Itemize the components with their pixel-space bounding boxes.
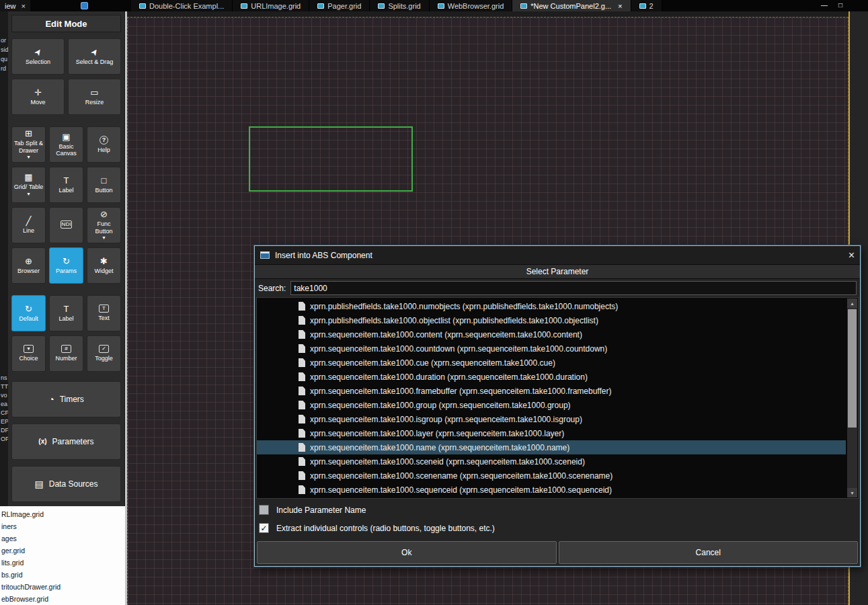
tab-urlimage-grid[interactable]: URLImage.grid xyxy=(233,0,309,11)
parameter-item[interactable]: xprn.sequenceitem.take1000.sequenceid (x… xyxy=(257,483,846,497)
resize-icon: ▭ xyxy=(90,88,98,97)
parameter-label: xprn.sequenceitem.take1000.group (xprn.s… xyxy=(310,401,571,410)
parameter-item[interactable]: xprn.sequenceitem.take1000.duration (xpr… xyxy=(257,370,846,384)
tool-tab-split-drawer[interactable]: ⊞Tab Split & Drawer▾ xyxy=(11,126,46,163)
tool-number[interactable]: #Number xyxy=(49,335,83,372)
tool-resize[interactable]: ▭Resize xyxy=(68,79,121,115)
tool-select-drag[interactable]: ➤Select & Drag xyxy=(68,38,121,75)
label-icon: T xyxy=(64,176,69,185)
tab-webbrowser-grid[interactable]: WebBrowser.grid xyxy=(430,0,513,11)
checkbox[interactable]: ✓ xyxy=(259,523,269,533)
file-item[interactable]: tritouchDrawer.grid xyxy=(1,581,125,593)
tool-help[interactable]: ?Help xyxy=(87,126,121,163)
parameter-item[interactable]: xprn.sequenceitem.take1000.isgroup (xprn… xyxy=(257,412,846,426)
panel-splitter[interactable] xyxy=(125,11,127,605)
file-item[interactable]: ebBrowser.grid xyxy=(1,593,125,605)
tab-2[interactable]: 2 xyxy=(631,0,662,11)
file-item[interactable]: ger.grid xyxy=(1,544,125,557)
tool-label: Params xyxy=(56,268,77,274)
tool-button[interactable]: □Button xyxy=(87,167,121,203)
params-icon: ↻ xyxy=(63,257,70,266)
checkbox-row[interactable]: ✓Extract individual controls (radio butt… xyxy=(259,522,856,534)
minimize-button[interactable]: — xyxy=(821,1,828,9)
parameter-item[interactable]: xprn.sequenceitem.take1000.sceneid (xprn… xyxy=(257,454,846,469)
dialog-app-icon xyxy=(260,251,270,259)
checkbox[interactable] xyxy=(259,505,269,515)
close-icon[interactable]: × xyxy=(618,2,622,10)
tool-selection[interactable]: ➤Selection xyxy=(11,38,65,75)
parameter-item[interactable]: xprn.sequenceitem.take1000.content (xprn… xyxy=(257,327,846,341)
tool-label: Browser xyxy=(17,268,40,274)
line-icon: ╱ xyxy=(26,216,32,225)
parameter-item[interactable]: xprn.sequenceitem.take1000.countdown (xp… xyxy=(257,341,846,356)
tab-new-custompanel2-g[interactable]: *New CustomPanel2.g...× xyxy=(512,0,631,11)
tool-browser[interactable]: ⊕Browser xyxy=(11,247,46,284)
tool-label[interactable]: TLabel xyxy=(49,295,83,331)
tool-data-sources[interactable]: ▤Data Sources xyxy=(11,466,121,502)
close-icon[interactable]: × xyxy=(22,2,26,10)
tool-line[interactable]: ╱Line xyxy=(11,207,46,243)
parameter-item[interactable]: xprn.sequenceitem.take1000.layer (xprn.s… xyxy=(257,426,846,440)
parameter-item[interactable]: xprn.sequenceitem.take1000.cue (xprn.seq… xyxy=(257,356,846,370)
component-selection-outline[interactable] xyxy=(249,126,413,192)
dialog-close-icon[interactable]: × xyxy=(849,250,855,261)
parameter-item[interactable]: xprn.sequenceitem.take1000.framebuffer (… xyxy=(257,384,846,398)
tool-params[interactable]: ↻Params xyxy=(49,247,83,284)
parameter-item[interactable]: xprn.publishedfields.take1000.objectlist… xyxy=(257,313,846,327)
file-item[interactable]: iners xyxy=(1,520,125,532)
tool-ndi[interactable]: NDI xyxy=(49,207,83,243)
tool-label: Timers xyxy=(60,395,84,404)
tool-timers[interactable]: ◔Timers xyxy=(11,381,121,417)
parameter-item[interactable]: xprn.sequenceitem.take1000.sequencename … xyxy=(257,497,846,498)
tool-choice[interactable]: ▾Choice xyxy=(11,335,46,372)
dialog-titlebar[interactable]: Insert into ABS Component × xyxy=(255,246,860,264)
dialog-subtitle: Select Parameter xyxy=(255,264,860,279)
clipped-text: rd xyxy=(1,65,6,72)
tool-label: Resize xyxy=(85,99,104,106)
tool-groups: ➤Selection➤Select & Drag✛Move▭Resize⊞Tab… xyxy=(11,38,121,372)
tab-splits-grid[interactable]: Splits.grid xyxy=(370,0,429,11)
maximize-button[interactable]: □ xyxy=(838,1,842,9)
number-icon: # xyxy=(61,345,71,353)
scroll-up-icon[interactable]: ▲ xyxy=(847,298,857,308)
parameter-item[interactable]: xprn.sequenceitem.take1000.group (xprn.s… xyxy=(257,398,846,412)
choice-icon: ▾ xyxy=(24,345,34,353)
document-icon xyxy=(299,330,305,339)
dialog-options: Include Parameter Name✓Extract individua… xyxy=(255,499,860,539)
tool-grid-table[interactable]: ▦Grid/ Table▾ xyxy=(11,167,46,203)
list-scrollbar[interactable]: ▲ ▼ xyxy=(847,298,857,497)
search-input[interactable] xyxy=(290,281,857,295)
tool-text[interactable]: TText xyxy=(87,295,121,331)
cancel-button[interactable]: Cancel xyxy=(559,541,859,564)
parameter-item[interactable]: xprn.sequenceitem.take1000.name (xprn.se… xyxy=(257,440,846,454)
file-item[interactable]: bs.grid xyxy=(1,569,125,581)
tool-label: Choice xyxy=(19,355,38,362)
parameter-item[interactable]: xprn.sequenceitem.take1000.scenename (xp… xyxy=(257,469,846,483)
file-item[interactable]: ages xyxy=(1,532,125,544)
tool-label: Func Button xyxy=(88,220,120,235)
tool-group: ↻DefaultTLabelTText xyxy=(11,295,121,331)
file-item[interactable]: lits.grid xyxy=(1,557,125,569)
tab-pager-grid[interactable]: Pager.grid xyxy=(309,0,370,11)
chevron-down-icon: ▾ xyxy=(27,155,30,160)
tool-toggle[interactable]: ✓Toggle xyxy=(87,335,121,372)
scroll-down-icon[interactable]: ▼ xyxy=(847,488,857,497)
parameter-label: xprn.publishedfields.take1000.numobjects… xyxy=(310,302,618,311)
tool-basic-canvas[interactable]: ▣Basic Canvas xyxy=(49,126,83,163)
window-left-tab[interactable]: iew × xyxy=(0,0,30,11)
parameter-label: xprn.sequenceitem.take1000.sequenceid (x… xyxy=(310,485,612,495)
parameter-item[interactable]: xprn.publishedfields.take1000.numobjects… xyxy=(257,299,846,313)
tool-func-button[interactable]: ⊘Func Button▾ xyxy=(87,207,121,243)
tool-default[interactable]: ↻Default xyxy=(11,295,46,331)
scrollbar-thumb[interactable] xyxy=(848,309,857,428)
tool-move[interactable]: ✛Move xyxy=(11,79,65,115)
file-item[interactable]: RLImage.grid xyxy=(1,508,125,520)
tool-widget[interactable]: ✱Widget xyxy=(87,247,121,284)
ok-button[interactable]: Ok xyxy=(257,541,557,564)
document-icon xyxy=(299,415,305,424)
parameter-label: xprn.sequenceitem.take1000.cue (xprn.seq… xyxy=(310,358,555,368)
tab-double-click-exampl[interactable]: Double-Click Exampl... xyxy=(131,0,233,11)
checkbox-row[interactable]: Include Parameter Name xyxy=(259,503,856,516)
tool-parameters[interactable]: (x)Parameters xyxy=(11,424,121,460)
tool-label[interactable]: TLabel xyxy=(49,167,83,203)
